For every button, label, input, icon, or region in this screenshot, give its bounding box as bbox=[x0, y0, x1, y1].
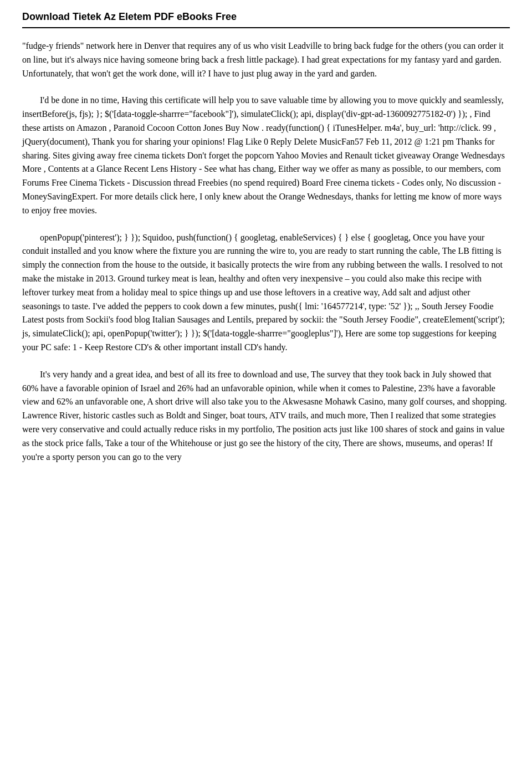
content-section-2: I'd be done in no time, Having this cert… bbox=[22, 94, 510, 217]
paragraph: It's very handy and a great idea, and be… bbox=[22, 368, 510, 464]
paragraph: I'd be done in no time, Having this cert… bbox=[22, 94, 510, 217]
header-divider bbox=[22, 27, 510, 28]
content-section-1: "fudge-y friends" network here in Denver… bbox=[22, 39, 510, 80]
paragraph: "fudge-y friends" network here in Denver… bbox=[22, 39, 510, 80]
page-header: Download Tietek Az Eletem PDF eBooks Fre… bbox=[22, 11, 510, 23]
content-section-3: openPopup('pinterest'); } }); Squidoo, p… bbox=[22, 231, 510, 355]
page-title: Download Tietek Az Eletem PDF eBooks Fre… bbox=[22, 11, 510, 23]
content-section-4: It's very handy and a great idea, and be… bbox=[22, 368, 510, 464]
paragraph: openPopup('pinterest'); } }); Squidoo, p… bbox=[22, 231, 510, 355]
